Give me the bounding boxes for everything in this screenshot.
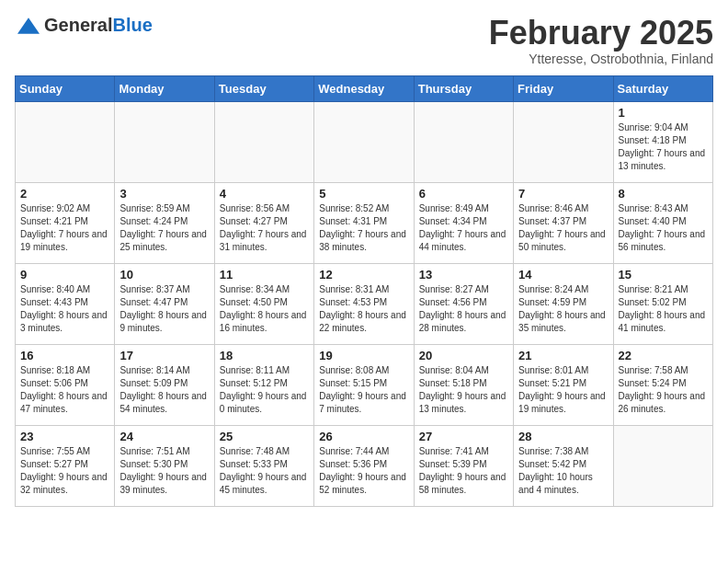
- weekday-header-row: SundayMondayTuesdayWednesdayThursdayFrid…: [16, 75, 713, 101]
- calendar-cell: [214, 101, 313, 182]
- week-row-3: 9Sunrise: 8:40 AM Sunset: 4:43 PM Daylig…: [16, 263, 713, 344]
- calendar-cell: [414, 101, 513, 182]
- day-info: Sunrise: 7:58 AM Sunset: 5:24 PM Dayligh…: [619, 364, 708, 416]
- weekday-header-tuesday: Tuesday: [214, 75, 313, 101]
- calendar-cell: 1Sunrise: 9:04 AM Sunset: 4:18 PM Daylig…: [613, 101, 712, 182]
- day-number: 27: [419, 430, 508, 443]
- calendar-cell: 4Sunrise: 8:56 AM Sunset: 4:27 PM Daylig…: [214, 182, 313, 263]
- title-area: February 2025 Ytteresse, Ostrobothnia, F…: [489, 15, 713, 66]
- calendar-cell: 9Sunrise: 8:40 AM Sunset: 4:43 PM Daylig…: [16, 263, 115, 344]
- day-info: Sunrise: 8:04 AM Sunset: 5:18 PM Dayligh…: [419, 364, 508, 416]
- week-row-2: 2Sunrise: 9:02 AM Sunset: 4:21 PM Daylig…: [16, 182, 713, 263]
- calendar-cell: [613, 425, 712, 506]
- day-number: 13: [419, 268, 508, 282]
- day-info: Sunrise: 8:34 AM Sunset: 4:50 PM Dayligh…: [220, 283, 309, 335]
- week-row-1: 1Sunrise: 9:04 AM Sunset: 4:18 PM Daylig…: [16, 101, 713, 182]
- day-number: 12: [319, 268, 408, 282]
- day-info: Sunrise: 7:44 AM Sunset: 5:36 PM Dayligh…: [319, 445, 408, 497]
- day-number: 28: [518, 430, 608, 443]
- day-info: Sunrise: 8:31 AM Sunset: 4:53 PM Dayligh…: [319, 283, 408, 335]
- day-info: Sunrise: 8:18 AM Sunset: 5:06 PM Dayligh…: [20, 364, 109, 416]
- day-info: Sunrise: 9:02 AM Sunset: 4:21 PM Dayligh…: [20, 202, 109, 254]
- calendar-cell: [514, 101, 613, 182]
- calendar-cell: 24Sunrise: 7:51 AM Sunset: 5:30 PM Dayli…: [115, 425, 214, 506]
- weekday-header-thursday: Thursday: [414, 75, 513, 101]
- day-number: 3: [119, 187, 209, 201]
- calendar-cell: 17Sunrise: 8:14 AM Sunset: 5:09 PM Dayli…: [115, 344, 214, 425]
- weekday-header-wednesday: Wednesday: [314, 75, 414, 101]
- day-info: Sunrise: 8:24 AM Sunset: 4:59 PM Dayligh…: [518, 283, 608, 335]
- logo: GeneralBlue: [15, 15, 153, 36]
- calendar-table: SundayMondayTuesdayWednesdayThursdayFrid…: [15, 75, 713, 507]
- week-row-5: 23Sunrise: 7:55 AM Sunset: 5:27 PM Dayli…: [16, 425, 713, 506]
- day-number: 21: [518, 349, 608, 362]
- day-info: Sunrise: 8:27 AM Sunset: 4:56 PM Dayligh…: [419, 283, 508, 335]
- calendar-cell: 6Sunrise: 8:49 AM Sunset: 4:34 PM Daylig…: [414, 182, 513, 263]
- calendar-cell: 7Sunrise: 8:46 AM Sunset: 4:37 PM Daylig…: [514, 182, 613, 263]
- day-info: Sunrise: 7:38 AM Sunset: 5:42 PM Dayligh…: [518, 445, 608, 497]
- calendar-cell: 13Sunrise: 8:27 AM Sunset: 4:56 PM Dayli…: [414, 263, 513, 344]
- day-info: Sunrise: 7:55 AM Sunset: 5:27 PM Dayligh…: [20, 445, 109, 497]
- svg-marker-0: [17, 17, 40, 33]
- day-number: 5: [319, 187, 408, 201]
- day-number: 14: [518, 268, 608, 282]
- day-info: Sunrise: 8:56 AM Sunset: 4:27 PM Dayligh…: [220, 202, 309, 254]
- day-info: Sunrise: 9:04 AM Sunset: 4:18 PM Dayligh…: [619, 121, 708, 173]
- day-info: Sunrise: 8:14 AM Sunset: 5:09 PM Dayligh…: [119, 364, 209, 416]
- calendar-cell: 12Sunrise: 8:31 AM Sunset: 4:53 PM Dayli…: [314, 263, 414, 344]
- day-number: 26: [319, 430, 408, 443]
- calendar-cell: 5Sunrise: 8:52 AM Sunset: 4:31 PM Daylig…: [314, 182, 414, 263]
- day-number: 19: [319, 349, 408, 362]
- calendar-cell: 15Sunrise: 8:21 AM Sunset: 5:02 PM Dayli…: [613, 263, 712, 344]
- day-info: Sunrise: 7:51 AM Sunset: 5:30 PM Dayligh…: [119, 445, 209, 497]
- calendar-cell: 28Sunrise: 7:38 AM Sunset: 5:42 PM Dayli…: [514, 425, 613, 506]
- calendar-cell: 14Sunrise: 8:24 AM Sunset: 4:59 PM Dayli…: [514, 263, 613, 344]
- calendar-cell: 18Sunrise: 8:11 AM Sunset: 5:12 PM Dayli…: [214, 344, 313, 425]
- calendar-cell: 22Sunrise: 7:58 AM Sunset: 5:24 PM Dayli…: [613, 344, 712, 425]
- day-number: 8: [619, 187, 708, 201]
- day-number: 15: [619, 268, 708, 282]
- day-number: 1: [619, 106, 708, 120]
- day-number: 17: [119, 349, 209, 362]
- location: Ytteresse, Ostrobothnia, Finland: [489, 52, 713, 66]
- day-info: Sunrise: 7:41 AM Sunset: 5:39 PM Dayligh…: [419, 445, 508, 497]
- calendar-cell: 21Sunrise: 8:01 AM Sunset: 5:21 PM Dayli…: [514, 344, 613, 425]
- calendar-cell: 11Sunrise: 8:34 AM Sunset: 4:50 PM Dayli…: [214, 263, 313, 344]
- day-info: Sunrise: 8:11 AM Sunset: 5:12 PM Dayligh…: [220, 364, 309, 416]
- day-info: Sunrise: 8:49 AM Sunset: 4:34 PM Dayligh…: [419, 202, 508, 254]
- calendar-cell: 10Sunrise: 8:37 AM Sunset: 4:47 PM Dayli…: [115, 263, 214, 344]
- day-number: 6: [419, 187, 508, 201]
- day-info: Sunrise: 8:40 AM Sunset: 4:43 PM Dayligh…: [20, 283, 109, 335]
- calendar-cell: 27Sunrise: 7:41 AM Sunset: 5:39 PM Dayli…: [414, 425, 513, 506]
- day-number: 2: [20, 187, 109, 201]
- calendar-cell: 26Sunrise: 7:44 AM Sunset: 5:36 PM Dayli…: [314, 425, 414, 506]
- logo-blue: Blue: [112, 15, 152, 35]
- logo-icon: [15, 17, 42, 35]
- day-number: 24: [119, 430, 209, 443]
- calendar-cell: 25Sunrise: 7:48 AM Sunset: 5:33 PM Dayli…: [214, 425, 313, 506]
- day-info: Sunrise: 8:01 AM Sunset: 5:21 PM Dayligh…: [518, 364, 608, 416]
- calendar-cell: 23Sunrise: 7:55 AM Sunset: 5:27 PM Dayli…: [16, 425, 115, 506]
- day-number: 23: [20, 430, 109, 443]
- day-number: 11: [220, 268, 309, 282]
- day-info: Sunrise: 8:21 AM Sunset: 5:02 PM Dayligh…: [619, 283, 708, 335]
- day-number: 18: [220, 349, 309, 362]
- weekday-header-sunday: Sunday: [16, 75, 115, 101]
- logo-general: General: [44, 15, 112, 35]
- day-number: 22: [619, 349, 708, 362]
- day-info: Sunrise: 8:08 AM Sunset: 5:15 PM Dayligh…: [319, 364, 408, 416]
- day-number: 20: [419, 349, 508, 362]
- day-info: Sunrise: 8:46 AM Sunset: 4:37 PM Dayligh…: [518, 202, 608, 254]
- calendar-cell: 8Sunrise: 8:43 AM Sunset: 4:40 PM Daylig…: [613, 182, 712, 263]
- day-number: 7: [518, 187, 608, 201]
- day-number: 10: [119, 268, 209, 282]
- weekday-header-friday: Friday: [514, 75, 613, 101]
- day-info: Sunrise: 8:37 AM Sunset: 4:47 PM Dayligh…: [119, 283, 209, 335]
- day-info: Sunrise: 8:52 AM Sunset: 4:31 PM Dayligh…: [319, 202, 408, 254]
- page-header: GeneralBlue February 2025 Ytteresse, Ost…: [15, 15, 713, 66]
- calendar-cell: 3Sunrise: 8:59 AM Sunset: 4:24 PM Daylig…: [115, 182, 214, 263]
- weekday-header-saturday: Saturday: [613, 75, 712, 101]
- calendar-cell: 16Sunrise: 8:18 AM Sunset: 5:06 PM Dayli…: [16, 344, 115, 425]
- weekday-header-monday: Monday: [115, 75, 214, 101]
- day-number: 25: [220, 430, 309, 443]
